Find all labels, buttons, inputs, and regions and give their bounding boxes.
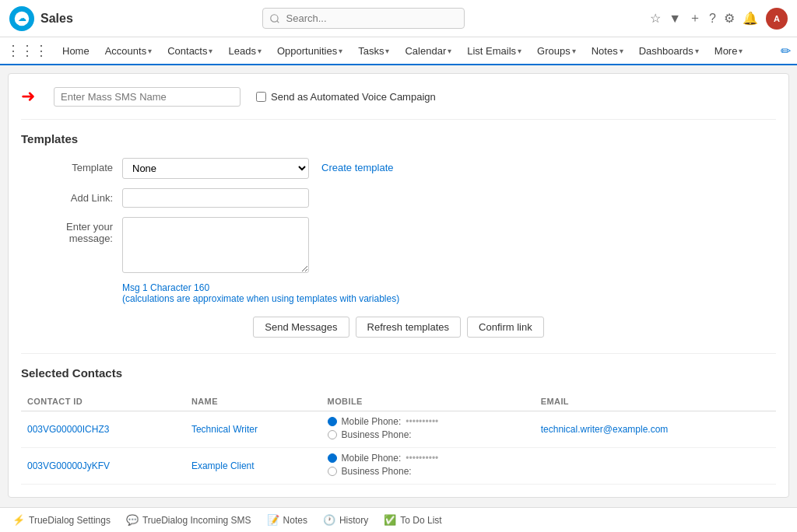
recent-icon[interactable]: ▼ [669, 12, 681, 26]
nav-item-dashboards[interactable]: Dashboards ▾ [631, 37, 707, 65]
contact-email-cell [535, 448, 776, 485]
create-template-link[interactable]: Create template [321, 158, 394, 173]
main-content: ➜ Send as Automated Voice Campaign Templ… [8, 73, 789, 498]
nav-item-contacts[interactable]: Contacts ▾ [160, 37, 220, 65]
send-messages-button[interactable]: Send Messages [253, 317, 349, 338]
settings-icon[interactable]: ⚙ [724, 11, 735, 26]
leads-arrow-icon: ▾ [258, 47, 262, 55]
contacts-table: CONTACT ID NAME MOBILE EMAIL 003VG00000I… [21, 392, 776, 485]
business-phone-row: Business Phone: [328, 466, 528, 477]
selected-contacts-section: Selected Contacts CONTACT ID NAME MOBILE… [21, 353, 776, 485]
nav-groups-label: Groups [537, 45, 571, 57]
nav-calendar-label: Calendar [405, 45, 446, 57]
add-link-label: Add Link: [21, 188, 122, 204]
col-contact-id: CONTACT ID [21, 392, 185, 411]
top-bar: ☁ Sales ☆ ▼ ＋ ? ⚙ 🔔 A [0, 0, 797, 37]
add-link-row: Add Link: [21, 188, 776, 208]
dashboards-arrow-icon: ▾ [695, 47, 699, 55]
nav-item-notes[interactable]: Notes ▾ [584, 37, 631, 65]
nav-contacts-label: Contacts [167, 45, 207, 57]
business-radio[interactable] [328, 430, 337, 439]
nav-item-groups[interactable]: Groups ▾ [529, 37, 584, 65]
contact-id-link[interactable]: 003VG00000JyKFV [27, 460, 110, 471]
refresh-templates-button[interactable]: Refresh templates [356, 317, 462, 338]
contact-name-cell: Technical Writer [185, 411, 321, 448]
add-link-input[interactable] [122, 188, 309, 208]
col-mobile: MOBILE [321, 392, 535, 411]
add-icon[interactable]: ＋ [689, 10, 701, 26]
contacts-table-head: CONTACT ID NAME MOBILE EMAIL [21, 392, 776, 411]
char-info-line1: Msg 1 Character 160 [122, 282, 776, 293]
nav-tasks-label: Tasks [358, 45, 384, 57]
nav-item-leads[interactable]: Leads ▾ [220, 37, 269, 65]
nav-dashboards-label: Dashboards [639, 45, 693, 57]
notifications-icon[interactable]: 🔔 [743, 11, 758, 26]
voice-campaign-label: Send as Automated Voice Campaign [271, 91, 436, 103]
notes-arrow-icon: ▾ [620, 47, 623, 55]
nav-item-opportunities[interactable]: Opportunities ▾ [269, 37, 350, 65]
contacts-table-body: 003VG00000ICHZ3 Technical Writer Mobile … [21, 411, 776, 485]
business-phone-label: Business Phone: [342, 429, 412, 440]
mass-sms-row: ➜ Send as Automated Voice Campaign [21, 86, 776, 120]
mass-sms-name-input[interactable] [54, 87, 241, 107]
nav-item-home[interactable]: Home [54, 37, 97, 65]
message-textarea[interactable] [122, 217, 309, 273]
svg-text:☁: ☁ [18, 13, 26, 23]
mobile-phone-value: •••••••••• [406, 453, 438, 464]
template-select[interactable]: None [122, 158, 309, 179]
char-info: Msg 1 Character 160 (calculations are ap… [122, 282, 776, 304]
table-row: 003VG00000JyKFV Example Client Mobile Ph… [21, 448, 776, 485]
nav-edit-icon[interactable]: ✏ [781, 44, 791, 58]
templates-section: Templates Template None Create template … [21, 132, 776, 338]
nav-item-list-emails[interactable]: List Emails ▾ [459, 37, 529, 65]
confirm-link-button[interactable]: Confirm link [467, 317, 544, 338]
voice-campaign-option: Send as Automated Voice Campaign [256, 91, 436, 103]
mobile-phone-row: Mobile Phone: •••••••••• [328, 416, 528, 427]
app-name: Sales [40, 12, 73, 26]
calendar-arrow-icon: ▾ [448, 47, 451, 55]
nav-accounts-label: Accounts [105, 45, 146, 57]
opportunities-arrow-icon: ▾ [339, 47, 342, 55]
message-label: Enter your message: [21, 217, 122, 244]
nav-list-emails-label: List Emails [467, 45, 516, 57]
list-emails-arrow-icon: ▾ [518, 47, 521, 55]
top-bar-actions: ☆ ▼ ＋ ? ⚙ 🔔 A [650, 8, 788, 30]
business-radio[interactable] [328, 467, 337, 476]
contact-id-link[interactable]: 003VG00000ICHZ3 [27, 424, 109, 435]
avatar[interactable]: A [766, 8, 788, 30]
red-arrow-icon: ➜ [21, 86, 35, 107]
table-row: 003VG00000ICHZ3 Technical Writer Mobile … [21, 411, 776, 448]
business-phone-label: Business Phone: [342, 466, 412, 477]
col-name: NAME [185, 392, 321, 411]
mobile-radio[interactable] [328, 453, 337, 463]
nav-item-more[interactable]: More ▾ [707, 37, 751, 65]
nav-item-calendar[interactable]: Calendar ▾ [397, 37, 459, 65]
mobile-phone-value: •••••••••• [406, 416, 438, 427]
nav-home-label: Home [62, 45, 90, 57]
contact-mobile-cell: Mobile Phone: •••••••••• Business Phone: [321, 448, 535, 485]
accounts-arrow-icon: ▾ [148, 47, 152, 55]
template-label: Template [21, 158, 122, 173]
grid-icon[interactable]: ⋮⋮⋮ [6, 42, 48, 59]
business-phone-row: Business Phone: [328, 429, 528, 440]
help-icon[interactable]: ? [709, 12, 716, 26]
mobile-radio[interactable] [328, 417, 337, 426]
contact-mobile-cell: Mobile Phone: •••••••••• Business Phone: [321, 411, 535, 448]
nav-item-accounts[interactable]: Accounts ▾ [97, 37, 160, 65]
contact-id-cell: 003VG00000JyKFV [21, 448, 185, 485]
nav-notes-label: Notes [592, 45, 618, 57]
contact-name-link[interactable]: Example Client [191, 460, 255, 471]
salesforce-logo: ☁ [9, 6, 34, 31]
nav-item-tasks[interactable]: Tasks ▾ [350, 37, 397, 65]
contact-name-cell: Example Client [185, 448, 321, 485]
search-input[interactable] [262, 8, 465, 29]
search-container [83, 8, 644, 29]
voice-campaign-checkbox[interactable] [256, 92, 266, 102]
contact-name-link[interactable]: Technical Writer [191, 424, 258, 435]
mobile-phone-row: Mobile Phone: •••••••••• [328, 453, 528, 464]
template-row: Template None Create template [21, 158, 776, 179]
tasks-arrow-icon: ▾ [385, 47, 389, 55]
email-link[interactable]: technical.writer@example.com [541, 424, 669, 435]
groups-arrow-icon: ▾ [572, 47, 576, 55]
star-icon[interactable]: ☆ [650, 11, 661, 26]
